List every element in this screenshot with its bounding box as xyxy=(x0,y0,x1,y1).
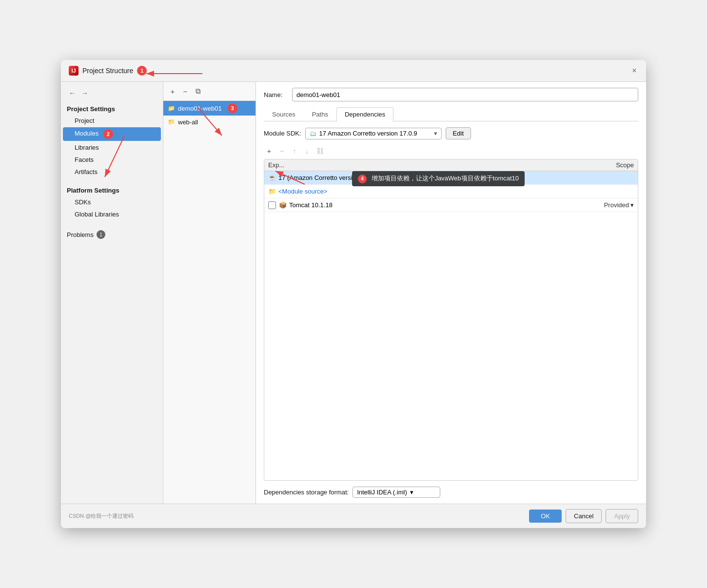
name-input[interactable] xyxy=(292,88,638,101)
nav-forward-button[interactable]: → xyxy=(79,88,90,98)
name-label: Name: xyxy=(264,91,288,98)
module-item-web-all[interactable]: 📁 web-all xyxy=(163,116,255,128)
tabs-row: Sources Paths Dependencies xyxy=(264,107,638,121)
sidebar-item-sdks[interactable]: SDKs xyxy=(63,196,161,208)
sidebar-item-libraries[interactable]: Libraries xyxy=(63,142,161,153)
name-row: Name: xyxy=(264,88,638,101)
dialog-title: Project Structure xyxy=(82,67,133,75)
module-name: demo01-web01 xyxy=(178,105,222,112)
sdk-value: 17 Amazon Corretto version 17.0.9 xyxy=(319,130,431,137)
annotation-1: 1 xyxy=(137,66,147,76)
module-sdk-select[interactable]: 🗂 17 Amazon Corretto version 17.0.9 ▾ xyxy=(305,128,442,139)
dialog-footer: CSDN @给我一个通过密码 OK Cancel Apply xyxy=(61,504,646,528)
title-bar: IJ Project Structure 1 × xyxy=(61,60,646,82)
dep-tomcat-text: Tomcat 10.1.18 xyxy=(289,201,604,209)
dep-module-icon: 📁 xyxy=(268,188,276,195)
module-list-panel: + − ⧉ 📁 demo01-web01 3 📁 web-all xyxy=(163,82,256,504)
storage-value: IntelliJ IDEA (.iml) xyxy=(357,489,407,496)
sidebar-item-modules[interactable]: Modules 2 xyxy=(63,127,161,141)
col-scope: Scope xyxy=(585,161,634,169)
deps-remove-button[interactable]: − xyxy=(276,145,287,156)
module-name-2: web-all xyxy=(178,118,198,126)
module-sdk-row: Module SDK: 🗂 17 Amazon Corretto version… xyxy=(264,127,638,139)
remove-module-button[interactable]: − xyxy=(180,86,191,97)
sidebar-item-project[interactable]: Project xyxy=(63,115,161,126)
module-list: 📁 demo01-web01 3 📁 web-all xyxy=(163,101,255,504)
dep-tomcat-icon: 📦 xyxy=(279,201,287,209)
sidebar: ← → Project Settings Project Modules 2 L… xyxy=(61,82,163,504)
dep-row-module-source[interactable]: 📁 <Module source> xyxy=(264,185,638,198)
deps-link-button[interactable]: ⛓ xyxy=(314,145,325,156)
edit-sdk-button[interactable]: Edit xyxy=(446,127,471,139)
module-icon-2: 📁 xyxy=(167,118,175,126)
app-icon: IJ xyxy=(69,66,79,76)
deps-table-header: Exp... Scope xyxy=(264,159,638,171)
sdk-dropdown-arrow: ▾ xyxy=(434,130,437,137)
tooltip-box: 4 增加项目依赖，让这个JavaWeb项目依赖于tomcat10 xyxy=(352,171,525,186)
dependencies-table: Exp... Scope ☕ 17 (Amazon Corretto versi… xyxy=(264,159,638,481)
problems-label: Problems xyxy=(67,231,94,238)
storage-arrow: ▾ xyxy=(410,489,413,496)
project-structure-dialog: IJ Project Structure 1 × ← → Project Set… xyxy=(61,60,646,528)
deps-add-button[interactable]: + xyxy=(264,145,275,156)
storage-format-row: Dependencies storage format: IntelliJ ID… xyxy=(264,487,638,498)
dep-sdk-icon: ☕ xyxy=(268,174,276,181)
copy-module-button[interactable]: ⧉ xyxy=(193,86,203,97)
deps-down-button[interactable]: ↓ xyxy=(302,145,313,156)
dep-module-text: <Module source> xyxy=(278,188,634,195)
problems-section[interactable]: Problems 1 xyxy=(61,228,163,241)
nav-back-button[interactable]: ← xyxy=(67,88,78,98)
tooltip-text: 增加项目依赖，让这个JavaWeb项目依赖于tomcat10 xyxy=(372,175,519,182)
annotation-2: 2 xyxy=(103,129,113,139)
annotation-3: 3 xyxy=(228,103,237,113)
add-module-button[interactable]: + xyxy=(167,86,178,97)
problems-count: 1 xyxy=(97,230,105,239)
apply-button[interactable]: Apply xyxy=(606,509,638,523)
deps-toolbar: + − ↑ ↓ ⛓ xyxy=(264,145,638,156)
deps-up-button[interactable]: ↑ xyxy=(289,145,300,156)
tab-paths[interactable]: Paths xyxy=(304,107,336,121)
module-toolbar: + − ⧉ xyxy=(163,82,255,101)
tab-sources[interactable]: Sources xyxy=(264,107,304,121)
watermark: CSDN @给我一个通过密码 xyxy=(69,512,134,520)
sidebar-item-facets[interactable]: Facets xyxy=(63,154,161,165)
dep-tomcat-check[interactable] xyxy=(268,201,276,209)
col-export: Exp... xyxy=(268,161,585,169)
sidebar-item-artifacts[interactable]: Artifacts xyxy=(63,166,161,177)
sidebar-item-global-libraries[interactable]: Global Libraries xyxy=(63,209,161,220)
dep-row-tomcat[interactable]: 📦 Tomcat 10.1.18 Provided ▾ xyxy=(264,198,638,212)
title-bar-left: IJ Project Structure 1 xyxy=(69,66,147,76)
main-content: ← → Project Settings Project Modules 2 L… xyxy=(61,82,646,504)
module-sdk-label: Module SDK: xyxy=(264,130,301,137)
right-panel: Name: Sources Paths Dependencies Module … xyxy=(256,82,646,504)
cancel-button[interactable]: Cancel xyxy=(566,509,602,523)
close-button[interactable]: × xyxy=(630,67,638,75)
storage-label: Dependencies storage format: xyxy=(264,489,349,496)
tab-dependencies[interactable]: Dependencies xyxy=(336,107,393,121)
project-settings-header: Project Settings xyxy=(61,102,163,115)
annotation-4: 4 xyxy=(358,175,367,183)
storage-select[interactable]: IntelliJ IDEA (.iml) ▾ xyxy=(353,487,440,498)
dep-row-sdk[interactable]: ☕ 17 (Amazon Corretto version 17.0.9) 4 … xyxy=(264,171,638,185)
module-icon: 📁 xyxy=(167,104,175,112)
nav-buttons: ← → xyxy=(61,86,163,102)
sdk-icon: 🗂 xyxy=(310,130,316,137)
module-item-demo01-web01[interactable]: 📁 demo01-web01 3 xyxy=(163,101,255,116)
platform-settings-header: Platform Settings xyxy=(61,184,163,196)
dep-tomcat-scope[interactable]: Provided ▾ xyxy=(604,201,634,209)
ok-button[interactable]: OK xyxy=(529,510,562,523)
